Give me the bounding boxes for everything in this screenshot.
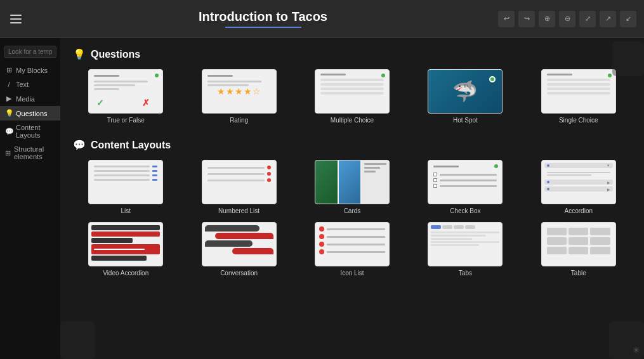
menu-button[interactable] — [8, 9, 28, 29]
sc-dot-icon — [608, 74, 612, 77]
acc-arrow-2: ▶ — [607, 180, 610, 185]
share-button[interactable]: ↗ — [600, 11, 616, 27]
sidebar-item-questions[interactable]: 💡 Questions — [0, 106, 60, 121]
true-false-label: True or False — [107, 117, 145, 124]
table-cell — [547, 247, 567, 254]
template-search-input[interactable] — [4, 46, 56, 58]
card-img-2 — [339, 160, 361, 204]
single-choice-label: Single Choice — [559, 117, 598, 124]
template-check-box[interactable]: Check Box — [412, 160, 518, 214]
table-grid — [542, 223, 615, 259]
list-label: List — [121, 207, 131, 214]
acc-arrow: ▼ — [607, 164, 610, 167]
template-tabs[interactable]: Tabs — [412, 222, 518, 277]
tab-bar — [431, 225, 499, 229]
remove-button[interactable]: ⊖ — [559, 11, 575, 27]
redo-button[interactable]: ↪ — [518, 11, 535, 27]
hotspot-dot — [489, 76, 496, 82]
content-layouts-grid: List — [73, 160, 631, 277]
text-icon: / — [5, 81, 13, 88]
acc-dot-3 — [547, 188, 549, 190]
questions-grid: ✓ ✗ True or False ★★★★☆ Rating — [73, 69, 631, 124]
template-icon-list[interactable]: Icon List — [299, 222, 405, 277]
checkbox-icon-3 — [433, 184, 437, 188]
rating-label: Rating — [230, 117, 248, 124]
icon-list-dot-2 — [319, 234, 324, 239]
template-multiple-choice[interactable]: Multiple Choice — [299, 69, 405, 124]
table-cell — [547, 228, 567, 235]
table-label: Table — [571, 270, 586, 277]
table-cell — [590, 247, 610, 254]
questions-section-title: 💡 Questions — [73, 48, 631, 60]
cards-images — [315, 160, 389, 204]
template-list[interactable]: List — [73, 160, 178, 214]
undo-button[interactable]: ↩ — [498, 11, 515, 27]
acc-dot — [547, 164, 549, 167]
sidebar-item-media[interactable]: ▶ Media — [0, 91, 60, 106]
numbered-list-thumb — [202, 160, 277, 204]
acc-row-1: ▼ — [544, 163, 613, 168]
content-layouts-section-icon: 💬 — [73, 139, 86, 151]
snowflake-icon: ✳ — [633, 345, 640, 355]
numbered-list-label: Numbered List — [218, 207, 260, 214]
checkbox-icon-2 — [433, 178, 437, 182]
checkbox-icon — [433, 173, 437, 176]
main-layout: ⊞ My Blocks / Text ▶ Media 💡 Questions 💬… — [0, 38, 644, 359]
template-conversation[interactable]: Conversation — [186, 222, 291, 277]
check-box-thumb — [428, 160, 503, 204]
template-accordion[interactable]: ▼ ▶ ▶ — [526, 160, 631, 214]
content-layouts-icon: 💬 — [5, 127, 13, 136]
title-underline — [225, 27, 301, 28]
add-button[interactable]: ⊕ — [539, 11, 555, 27]
download-button[interactable]: ↙ — [620, 11, 636, 27]
tabs-thumb — [428, 222, 503, 266]
template-cards[interactable]: Cards — [299, 160, 405, 214]
single-choice-thumb — [541, 69, 616, 114]
deco-bottom-left — [60, 321, 95, 359]
sidebar: ⊞ My Blocks / Text ▶ Media 💡 Questions 💬… — [0, 38, 60, 359]
sidebar-item-content-layouts[interactable]: 💬 Content Layouts — [0, 121, 60, 142]
conversation-thumb — [202, 222, 277, 266]
list-thumb — [88, 160, 163, 204]
video-accordion-thumb — [88, 222, 163, 266]
sidebar-item-structural-elements[interactable]: ⊞ Structural elements — [0, 142, 60, 164]
content-area: 💡 Questions ✓ ✗ True or False — [60, 38, 644, 359]
template-table[interactable]: Table — [526, 222, 631, 277]
acc-row-2: ▶ — [544, 180, 613, 185]
expand-button[interactable]: ⤢ — [579, 11, 596, 27]
page-title-area: Introduction to Tacos — [28, 10, 498, 28]
true-false-thumb: ✓ ✗ — [88, 69, 163, 114]
table-cell — [568, 247, 588, 254]
icon-list-label: Icon List — [340, 270, 364, 277]
sidebar-item-text[interactable]: / Text — [0, 77, 60, 91]
template-video-accordion[interactable]: Video Accordion — [73, 222, 178, 277]
multiple-choice-thumb — [315, 69, 390, 114]
check-icon: ✓ — [96, 98, 104, 108]
table-cell — [590, 237, 610, 245]
page-title: Introduction to Tacos — [199, 10, 327, 24]
questions-section-icon: 💡 — [73, 48, 86, 60]
table-cell — [547, 237, 567, 245]
cards-thumb — [315, 160, 390, 204]
media-icon: ▶ — [5, 95, 13, 103]
acc-row-3: ▶ — [544, 186, 613, 192]
accordion-thumb: ▼ ▶ ▶ — [541, 160, 616, 204]
icon-list-thumb — [315, 222, 390, 266]
template-numbered-list[interactable]: Numbered List — [186, 160, 291, 214]
table-cell — [568, 237, 588, 245]
sidebar-item-my-blocks[interactable]: ⊞ My Blocks — [0, 63, 60, 77]
acc-dot-2 — [547, 181, 549, 183]
icon-list-dot-1 — [319, 226, 324, 232]
hot-spot-image: 🦈 — [428, 70, 502, 113]
deco-top-right — [612, 41, 644, 76]
tab-4 — [465, 225, 475, 229]
icon-list-dot-4 — [319, 249, 324, 254]
tab-3 — [454, 225, 464, 229]
template-hot-spot[interactable]: 🦈 Hot Spot — [412, 69, 518, 124]
tab-2 — [442, 225, 452, 229]
template-true-or-false[interactable]: ✓ ✗ True or False — [73, 69, 178, 124]
stars-icon: ★★★★☆ — [217, 86, 261, 96]
template-single-choice[interactable]: Single Choice — [526, 69, 631, 124]
content-layouts-section-title: 💬 Content Layouts — [73, 139, 631, 151]
template-rating[interactable]: ★★★★☆ Rating — [186, 69, 291, 124]
